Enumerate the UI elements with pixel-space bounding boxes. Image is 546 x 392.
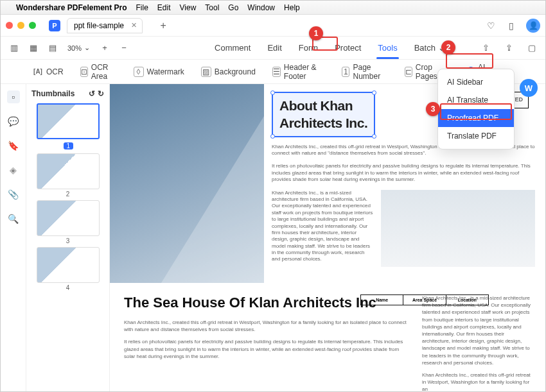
doc-title-l1: About Khan bbox=[279, 98, 353, 113]
doc-paragraph: It relies on photovoltaic panels for ele… bbox=[272, 163, 535, 183]
app-name[interactable]: Wondershare PDFelement Pro bbox=[16, 3, 127, 12]
ocr-button[interactable]: [A]OCR bbox=[33, 67, 64, 77]
resize-handle-icon[interactable] bbox=[372, 134, 376, 139]
ocr-area-button[interactable]: ⊡OCR Area bbox=[80, 63, 117, 81]
rotate-right-icon[interactable]: ↻ bbox=[98, 89, 104, 98]
menu-go[interactable]: Go bbox=[228, 3, 238, 12]
tab-batch-label: Batch bbox=[414, 43, 436, 53]
doc-paragraph: It relies on photovoltaic panels for ele… bbox=[124, 338, 407, 360]
chevron-down-icon: ⌄ bbox=[84, 44, 90, 52]
app-logo-icon: P bbox=[49, 20, 60, 31]
doc-paragraph: Khan Architects Inc., created this off-g… bbox=[124, 319, 407, 333]
fullscreen-window-icon[interactable] bbox=[29, 22, 36, 29]
thumbnail-2-num: 2 bbox=[37, 191, 100, 198]
header-footer-icon: ☰ bbox=[272, 67, 281, 77]
doc-paragraph: Khan Architects Inc., created this off-g… bbox=[422, 371, 531, 392]
resize-handle-icon[interactable] bbox=[372, 90, 376, 95]
grid-view-icon[interactable]: ▦ bbox=[26, 41, 40, 55]
watermark-label: Watermark bbox=[147, 67, 184, 76]
tab-tools[interactable]: Tools bbox=[376, 40, 398, 55]
thumbnail-1[interactable]: 1 bbox=[37, 103, 100, 151]
dropdown-translate-pdf[interactable]: Translate PDF bbox=[438, 127, 514, 145]
notification-bell-icon[interactable]: ♡ bbox=[485, 20, 497, 31]
background-label: Background bbox=[215, 67, 256, 76]
page-number-label: Page Number bbox=[353, 63, 387, 81]
menu-help[interactable]: Help bbox=[284, 3, 300, 12]
tab-comment[interactable]: Comment bbox=[213, 40, 252, 55]
macos-menubar: Wondershare PDFelement Pro File Edit Vie… bbox=[1, 1, 545, 15]
watermark-icon: ◊ bbox=[134, 67, 144, 77]
ai-tools-dropdown: AI Sidebar AI Translate Proofread PDF Tr… bbox=[437, 69, 515, 149]
dropdown-proofread-pdf[interactable]: Proofread PDF bbox=[438, 109, 514, 127]
doc-title-l2: Architects Inc. bbox=[279, 115, 367, 130]
thumbnail-3[interactable]: 3 bbox=[37, 200, 100, 244]
share-icon[interactable]: ⇧ bbox=[479, 41, 493, 55]
zoom-value: 30% bbox=[67, 44, 82, 52]
thumbnails-title: Thumbnails bbox=[31, 89, 75, 98]
text-edit-selection[interactable]: About KhanArchitects Inc. bbox=[272, 92, 375, 137]
menu-view[interactable]: View bbox=[180, 3, 197, 12]
doc-paragraph: Khan Architects Inc., is a mid-sized arc… bbox=[272, 190, 373, 263]
window-titlebar: P ppt file-sample ✕ + ♡ ▯ 👤 bbox=[1, 15, 545, 37]
zoom-in-icon[interactable]: + bbox=[98, 41, 112, 55]
header-footer-button[interactable]: ☰Header & Footer bbox=[272, 63, 325, 81]
menu-file[interactable]: File bbox=[136, 3, 148, 12]
ocr-icon: [A] bbox=[33, 67, 43, 77]
annotation-callout-2: 2 bbox=[441, 40, 455, 55]
user-avatar[interactable]: 👤 bbox=[526, 19, 540, 33]
panel-toggle-icon[interactable]: ▢ bbox=[525, 41, 539, 55]
background-button[interactable]: ▨Background bbox=[201, 67, 256, 77]
dropdown-ai-sidebar[interactable]: AI Sidebar bbox=[438, 73, 514, 91]
floating-word-icon[interactable]: W bbox=[520, 79, 538, 97]
export-icon[interactable]: ⇪ bbox=[502, 41, 516, 55]
table-col-area: Area Space bbox=[412, 298, 437, 302]
close-window-icon[interactable] bbox=[6, 22, 13, 29]
left-rail: ▫ 💬 🔖 ◈ 📎 🔍 bbox=[1, 84, 26, 392]
layers-rail-icon[interactable]: ◈ bbox=[7, 164, 20, 176]
header-footer-label: Header & Footer bbox=[284, 63, 325, 81]
ocr-label: OCR bbox=[46, 67, 64, 76]
table-col-name: Name bbox=[376, 298, 388, 302]
close-tab-icon[interactable]: ✕ bbox=[131, 21, 137, 30]
menu-window[interactable]: Window bbox=[247, 3, 275, 12]
annotation-callout-1: 1 bbox=[309, 26, 323, 40]
traffic-lights bbox=[6, 22, 36, 29]
sidebar-toggle-icon[interactable]: ▥ bbox=[7, 41, 21, 55]
table-col-location: Location bbox=[458, 298, 477, 302]
thumbnails-rail-icon[interactable]: ▫ bbox=[7, 90, 20, 103]
menu-tool[interactable]: Tool bbox=[205, 3, 219, 12]
tab-form[interactable]: Form bbox=[297, 40, 319, 55]
search-rail-icon[interactable]: 🔍 bbox=[7, 212, 20, 225]
doc-image bbox=[381, 190, 535, 267]
thumbnail-2[interactable]: 2 bbox=[37, 153, 100, 198]
minimize-window-icon[interactable] bbox=[17, 22, 24, 29]
comments-rail-icon[interactable]: 💬 bbox=[7, 115, 20, 128]
document-tab[interactable]: ppt file-sample ✕ bbox=[67, 18, 143, 33]
page-view-icon[interactable]: ▤ bbox=[46, 41, 60, 55]
tab-edit[interactable]: Edit bbox=[266, 40, 283, 55]
zoom-out-icon[interactable]: − bbox=[117, 41, 131, 55]
zoom-control[interactable]: 30% ⌄ bbox=[67, 44, 90, 52]
page-2: The Sea House Of Klan Architects Inc Kha… bbox=[110, 283, 545, 392]
thumbnail-4[interactable]: 4 bbox=[37, 247, 100, 291]
watermark-button[interactable]: ◊Watermark bbox=[134, 67, 184, 77]
new-tab-button[interactable]: + bbox=[155, 18, 171, 33]
tab-protect[interactable]: Protect bbox=[333, 40, 362, 55]
menu-edit[interactable]: Edit bbox=[157, 3, 171, 12]
mobile-icon[interactable]: ▯ bbox=[506, 20, 517, 31]
rotate-left-icon[interactable]: ↺ bbox=[89, 89, 95, 98]
thumbnail-4-num: 4 bbox=[37, 284, 100, 291]
thumbnail-1-num: 1 bbox=[64, 142, 74, 149]
background-icon: ▨ bbox=[201, 67, 211, 77]
dropdown-ai-translate[interactable]: AI Translate bbox=[438, 91, 514, 109]
page-number-icon: 1 bbox=[342, 67, 349, 77]
thumbnail-3-num: 3 bbox=[37, 237, 100, 244]
ocr-area-icon: ⊡ bbox=[80, 67, 88, 77]
resize-handle-icon[interactable] bbox=[270, 90, 275, 95]
page-number-button[interactable]: 1Page Number bbox=[342, 63, 387, 81]
attachments-rail-icon[interactable]: 📎 bbox=[7, 188, 20, 201]
thumbnails-panel: Thumbnails ↺ ↻ 1 2 3 4 bbox=[26, 84, 110, 392]
bookmarks-rail-icon[interactable]: 🔖 bbox=[7, 139, 20, 152]
resize-handle-icon[interactable] bbox=[270, 134, 275, 139]
hero-image bbox=[110, 84, 264, 283]
